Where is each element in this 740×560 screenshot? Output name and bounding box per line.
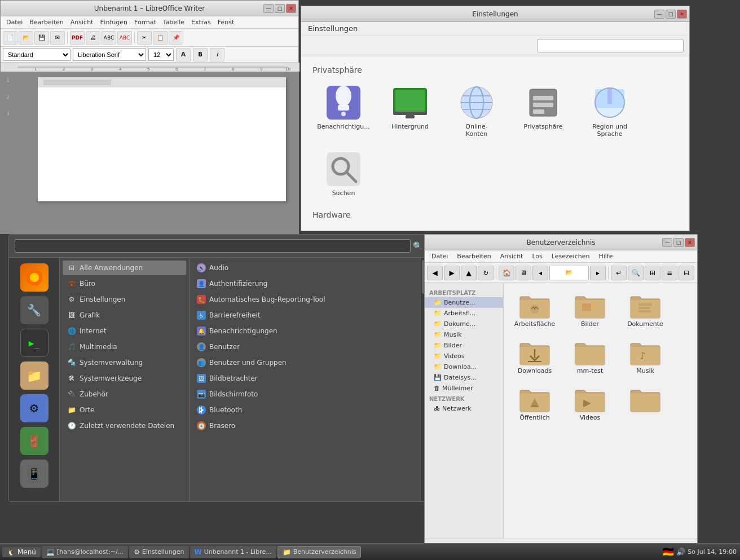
lo-menu-bearbeiten[interactable]: Bearbeiten: [26, 17, 67, 27]
fm-menu-ansicht[interactable]: Ansicht: [496, 252, 528, 261]
fm-menu-lesezeichen[interactable]: Lesezeichen: [547, 252, 594, 261]
lo-italic-btn[interactable]: I: [210, 48, 224, 61]
dock-phone[interactable]: 📱: [20, 460, 49, 488]
lo-spellcheck2-btn[interactable]: ABC: [117, 31, 132, 45]
fm-menu-datei[interactable]: Datei: [427, 252, 452, 261]
fm-item-videos[interactable]: ▶ Videos: [565, 382, 615, 425]
settings-minimize-btn[interactable]: —: [654, 10, 664, 19]
settings-search-input[interactable]: [537, 39, 684, 52]
taskbar-terminal[interactable]: 💻 [hans@localhost:~/...: [42, 546, 128, 558]
cat-einstellungen[interactable]: ⚙ Einstellungen: [63, 292, 186, 307]
lo-minimize-btn[interactable]: —: [263, 4, 274, 13]
cat-buero[interactable]: 💼 Büro: [63, 276, 186, 291]
settings-item-search[interactable]: Suchen: [312, 147, 375, 201]
fm-sidebar-dateisystem[interactable]: 💾 Dateisys...: [425, 372, 503, 383]
fm-view-compact-btn[interactable]: ⊟: [679, 266, 694, 280]
fm-computer-btn[interactable]: 🖥: [516, 266, 531, 280]
fm-item-extra[interactable]: [620, 382, 671, 425]
start-button[interactable]: 🐧 Menü: [2, 547, 41, 557]
lo-close-btn[interactable]: ✕: [286, 4, 296, 13]
fm-sidebar-arbeitsflaeche[interactable]: 📁 Arbeitsfl...: [425, 308, 503, 319]
settings-item-audio[interactable]: Audio: [312, 225, 375, 231]
dock-exit[interactable]: 🚪: [20, 427, 49, 455]
lo-font-color-btn[interactable]: A: [176, 48, 191, 61]
cat-zubehoer[interactable]: 🔌 Zubehör: [63, 387, 186, 402]
fm-nav-left[interactable]: ◂: [532, 266, 548, 280]
fm-sidebar-benutzer[interactable]: 📁 Benutze...: [425, 297, 503, 308]
dock-terminal[interactable]: ▶_: [20, 329, 49, 357]
settings-item-notify[interactable]: Benachrichtigu...: [312, 80, 375, 142]
app-users-groups[interactable]: 👥 Benutzer und Gruppen: [192, 355, 417, 370]
fm-maximize-btn[interactable]: □: [673, 238, 684, 247]
lo-copy-btn[interactable]: 📋: [153, 31, 168, 45]
lo-paste-btn[interactable]: 📌: [169, 31, 183, 45]
volume-icon[interactable]: 🔊: [676, 548, 685, 556]
lo-cut-btn[interactable]: ✂: [137, 31, 152, 45]
app-audio[interactable]: 🔊 Audio: [192, 261, 417, 275]
taskbar-settings[interactable]: ⚙ Einstellungen: [129, 546, 188, 558]
fm-menu-bearbeiten[interactable]: Bearbeiten: [452, 252, 495, 261]
lo-menu-tabelle[interactable]: Tabelle: [160, 17, 188, 27]
lo-menu-format[interactable]: Format: [131, 17, 160, 27]
app-notifications[interactable]: 🔔 Benachrichtigungen: [192, 324, 417, 338]
cat-internet[interactable]: 🌐 Internet: [63, 324, 186, 338]
fm-item-oeffentlich[interactable]: Öffentlich: [509, 382, 560, 425]
fm-menu-los[interactable]: Los: [527, 252, 547, 261]
settings-item-bg[interactable]: Hintergrund: [379, 80, 441, 142]
fm-home-btn[interactable]: 🏠: [499, 266, 514, 280]
cat-multimedia[interactable]: 🎵 Multimedia: [63, 339, 186, 354]
dock-files[interactable]: 📁: [20, 361, 49, 390]
fm-reload-btn[interactable]: ↻: [478, 266, 494, 280]
settings-item-privacy[interactable]: Privatsphäre: [512, 80, 574, 142]
dock-settings2[interactable]: ⚙: [20, 394, 49, 422]
app-bugreport[interactable]: 🐛 Automatisches Bug-Reporting-Tool: [192, 292, 417, 307]
lo-bold-btn[interactable]: B: [193, 48, 208, 61]
settings-item-bluetooth[interactable]: Bluetooth: [379, 225, 441, 231]
app-bluetooth-menu[interactable]: Bluetooth: [192, 403, 417, 417]
settings-item-region[interactable]: Region und Sprache: [579, 80, 641, 142]
fm-item-musik[interactable]: ♪ Musik: [620, 336, 671, 378]
fm-minimize-btn[interactable]: —: [662, 238, 672, 247]
settings-maximize-btn[interactable]: □: [666, 10, 676, 19]
taskbar-filemanager[interactable]: 📁 Benutzerverzeichnis: [278, 546, 362, 558]
lo-menu-datei[interactable]: Datei: [3, 17, 26, 27]
app-accessibility[interactable]: ♿ Barrierefreiheit: [192, 308, 417, 323]
fm-sidebar-musik[interactable]: 📁 Musik: [425, 329, 503, 340]
fm-sidebar-bilder[interactable]: 📁 Bilder: [425, 340, 503, 351]
cat-systemverwaltung[interactable]: 🔩 Systemverwaltung: [63, 355, 186, 370]
fm-sidebar-dokumente[interactable]: 📁 Dokume...: [425, 319, 503, 329]
cat-recent[interactable]: 🕐 Zuletzt verwendete Dateien: [63, 418, 186, 433]
fm-item-downloads[interactable]: Downloads: [509, 336, 560, 378]
app-user[interactable]: 👤 Benutzer: [192, 339, 417, 354]
cat-systemwerkzeuge[interactable]: 🛠 Systemwerkzeuge: [63, 371, 186, 386]
settings-item-power[interactable]: Leistung: [579, 225, 641, 231]
fm-view-list-btn[interactable]: ≡: [662, 266, 677, 280]
lo-menu-ansicht[interactable]: Ansicht: [67, 17, 97, 27]
fm-up-btn[interactable]: ▲: [461, 266, 477, 280]
app-imageviewer[interactable]: 🖼 Bildbetrachter: [192, 371, 417, 386]
fm-sidebar-downloads[interactable]: 📁 Downloa...: [425, 361, 503, 372]
fm-view-icons-btn[interactable]: ⊞: [645, 266, 660, 280]
fm-sidebar-videos[interactable]: 📁 Videos: [425, 351, 503, 361]
cat-orte[interactable]: 📁 Orte: [63, 403, 186, 417]
lo-document-area[interactable]: [15, 72, 298, 233]
fm-item-dokumente[interactable]: Dokumente: [620, 289, 671, 331]
app-search-input[interactable]: [15, 239, 411, 253]
fm-close-btn[interactable]: ✕: [685, 238, 695, 247]
lo-menu-fenster[interactable]: Fenst: [214, 17, 238, 27]
lo-save-btn[interactable]: 💾: [34, 31, 49, 45]
fm-sidebar-muell[interactable]: 🗑 Mülleimer: [425, 383, 503, 394]
app-auth[interactable]: 👤 Authentifizierung: [192, 276, 417, 291]
lo-pdf-btn[interactable]: PDF: [70, 31, 85, 45]
lo-style-select[interactable]: Standard: [3, 48, 71, 61]
dock-tools[interactable]: 🔧: [20, 296, 49, 324]
lo-fontsize-select[interactable]: 12: [148, 48, 174, 61]
app-screenshot[interactable]: 📷 Bildschirmfoto: [192, 387, 417, 402]
settings-item-online[interactable]: Online- Konten: [446, 80, 508, 142]
lo-open-btn[interactable]: 📂: [19, 31, 33, 45]
lo-maximize-btn[interactable]: □: [275, 4, 285, 13]
lo-print-preview-btn[interactable]: 🖨: [86, 31, 100, 45]
cat-all-apps[interactable]: ⊞ Alle Anwendungen: [63, 261, 186, 275]
fm-newdir-btn[interactable]: ↵: [611, 266, 627, 280]
fm-back-btn[interactable]: ◀: [427, 266, 443, 280]
